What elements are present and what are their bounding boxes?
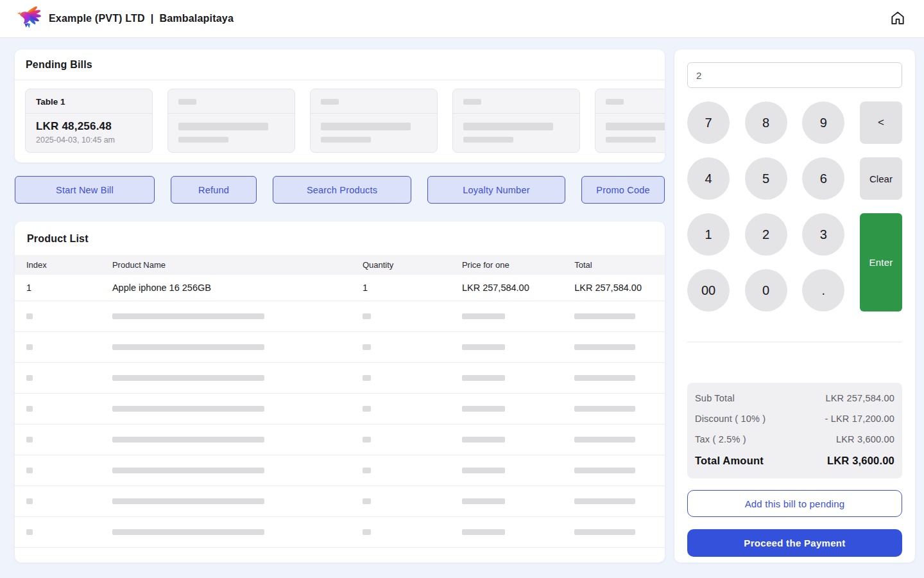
enter-key[interactable]: Enter	[860, 213, 902, 311]
skeleton-bar	[574, 529, 635, 535]
skeleton-bar	[112, 313, 264, 319]
tax-label: Tax ( 2.5% )	[695, 434, 746, 444]
refund-button[interactable]: Refund	[171, 176, 257, 204]
pending-bill-skeleton	[452, 89, 580, 153]
skeleton-bar	[363, 313, 371, 319]
product-row-skeleton	[15, 516, 665, 547]
skeleton-bar	[462, 344, 505, 350]
skeleton-bar	[606, 99, 624, 105]
promo-code-button[interactable]: Promo Code	[581, 176, 665, 204]
numpad-key-7[interactable]: 7	[687, 101, 730, 144]
skeleton-bar	[26, 468, 33, 473]
product-row[interactable]: 1 Apple iphone 16 256GB 1 LKR 257,584.00…	[15, 275, 665, 301]
home-icon	[889, 10, 906, 28]
total-amount-row: Total Amount LKR 3,600.00	[695, 455, 894, 467]
skeleton-bar	[574, 437, 635, 442]
skeleton-bar	[112, 375, 264, 381]
skeleton-bar	[321, 137, 371, 143]
skeleton-bar	[363, 498, 371, 504]
skeleton-bar	[112, 529, 264, 535]
quick-actions: Start New Bill Refund Search Products Lo…	[15, 176, 665, 204]
cell-index: 1	[15, 275, 112, 301]
column-price-for-one: Price for one	[462, 255, 574, 275]
skeleton-bar	[112, 437, 264, 442]
numpad: 7 8 9 < 4 5 6 Clear 1 2 3 Enter 00 0 .	[687, 101, 902, 311]
top-header: Example (PVT) LTD | Bambalapitaya	[0, 0, 924, 38]
product-list-card: Product List Index Product Name Quantity…	[15, 222, 665, 563]
skeleton-bar	[606, 137, 656, 143]
cell-quantity: 1	[363, 275, 462, 301]
numpad-key-0[interactable]: 0	[745, 269, 787, 311]
loyalty-number-button[interactable]: Loyalty Number	[427, 176, 565, 204]
numpad-key-dot[interactable]: .	[802, 269, 844, 311]
product-table: Index Product Name Quantity Price for on…	[15, 255, 665, 548]
skeleton-bar	[462, 468, 505, 473]
skeleton-bar	[574, 313, 635, 319]
checkout-panel: 7 8 9 < 4 5 6 Clear 1 2 3 Enter 00 0 . S…	[674, 49, 915, 563]
skeleton-bar	[363, 406, 371, 412]
product-row-skeleton	[15, 424, 665, 455]
numpad-key-1[interactable]: 1	[687, 213, 730, 256]
pending-bill-item[interactable]: Table 1 LKR 48,256.48 2025-04-03, 10:45 …	[25, 89, 153, 153]
skeleton-bar	[363, 529, 371, 535]
start-new-bill-button[interactable]: Start New Bill	[15, 176, 155, 204]
skeleton-bar	[363, 468, 371, 473]
discount-value: - LKR 17,200.00	[825, 414, 894, 424]
numpad-key-8[interactable]: 8	[745, 101, 787, 144]
home-button[interactable]	[887, 8, 909, 30]
skeleton-bar	[462, 529, 505, 535]
product-row-skeleton	[15, 301, 665, 331]
numpad-key-2[interactable]: 2	[745, 213, 787, 256]
discount-label: Discount ( 10% )	[695, 414, 766, 424]
numpad-key-00[interactable]: 00	[687, 269, 730, 311]
numpad-key-9[interactable]: 9	[802, 101, 844, 144]
skeleton-bar	[178, 123, 268, 130]
skeleton-bar	[26, 437, 33, 442]
pending-bill-skeleton	[167, 89, 295, 153]
pending-bill-skeleton	[595, 89, 665, 153]
skeleton-bar	[112, 468, 264, 473]
cell-total: LKR 257,584.00	[574, 275, 665, 301]
tax-row: Tax ( 2.5% ) LKR 3,600.00	[695, 434, 894, 444]
column-product-name: Product Name	[112, 255, 363, 275]
skeleton-bar	[26, 313, 33, 319]
add-bill-to-pending-button[interactable]: Add this bill to pending	[687, 490, 902, 517]
bird-logo-icon	[15, 4, 41, 33]
skeleton-bar	[363, 375, 371, 381]
skeleton-bar	[574, 468, 635, 473]
pending-bill-datetime: 2025-04-03, 10:45 am	[36, 136, 142, 144]
skeleton-bar	[462, 437, 505, 442]
skeleton-bar	[462, 313, 505, 319]
skeleton-bar	[112, 406, 264, 412]
skeleton-bar	[112, 344, 264, 350]
skeleton-bar	[26, 406, 33, 412]
backspace-key[interactable]: <	[860, 101, 902, 144]
skeleton-bar	[462, 406, 505, 412]
tax-value: LKR 3,600.00	[836, 434, 894, 444]
skeleton-bar	[26, 375, 33, 381]
pending-bill-body: LKR 48,256.48 2025-04-03, 10:45 am	[26, 114, 152, 151]
product-list-title: Product List	[15, 222, 665, 255]
clear-key[interactable]: Clear	[860, 157, 902, 200]
skeleton-bar	[462, 498, 505, 504]
proceed-payment-button[interactable]: Proceed the Payment	[687, 529, 902, 557]
numpad-key-3[interactable]: 3	[802, 213, 844, 256]
pending-bills-title: Pending Bills	[15, 49, 665, 80]
numpad-key-6[interactable]: 6	[802, 157, 844, 200]
skeleton-bar	[606, 123, 665, 130]
numpad-key-4[interactable]: 4	[687, 157, 730, 200]
skeleton-bar	[321, 99, 339, 105]
skeleton-bar	[574, 498, 635, 504]
skeleton-bar	[462, 375, 505, 381]
numpad-key-5[interactable]: 5	[745, 157, 787, 200]
search-products-button[interactable]: Search Products	[273, 176, 411, 204]
skeleton-bar	[463, 123, 553, 130]
product-table-header: Index Product Name Quantity Price for on…	[15, 255, 665, 275]
skeleton-bar	[26, 529, 33, 535]
title-separator: |	[151, 13, 154, 24]
skeleton-bar	[463, 99, 481, 105]
numpad-input[interactable]	[687, 62, 902, 88]
cell-price-for-one: LKR 257,584.00	[462, 275, 574, 301]
total-amount-value: LKR 3,600.00	[827, 455, 894, 467]
skeleton-bar	[363, 437, 371, 442]
